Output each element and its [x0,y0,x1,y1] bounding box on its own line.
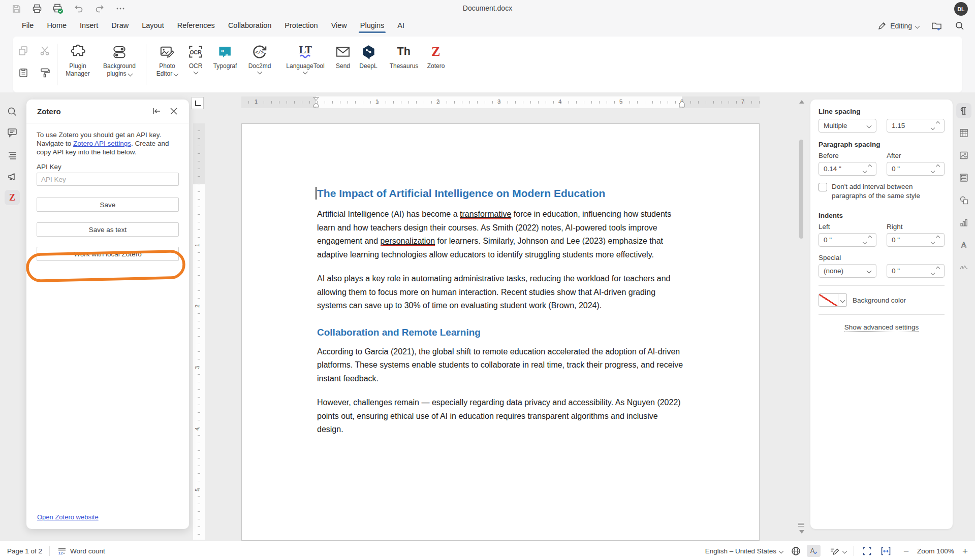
open-zotero-website-link[interactable]: Open Zotero website [37,513,99,521]
spacing-before-spinner[interactable]: 0.14 " [819,162,876,176]
feedback-button[interactable] [5,169,20,184]
special-indent-select[interactable]: (none) [819,264,876,278]
line-spacing-type-select[interactable]: Multiple [819,119,876,133]
background-color-swatch[interactable] [819,293,838,307]
textart-settings-tab[interactable]: A [956,237,971,252]
indent-left-label: Left [819,223,876,230]
background-plugins-button[interactable]: Background plugins [103,41,136,89]
first-line-indent-marker[interactable] [313,97,319,108]
zotero-ribbon-button[interactable]: Z Zotero [427,41,445,89]
scrollbar-thumb[interactable] [799,140,803,239]
right-indent-marker[interactable] [679,100,685,108]
spinner-arrows[interactable] [868,236,871,239]
spinner-arrows[interactable] [936,267,939,270]
api-key-input[interactable] [37,173,179,186]
ocr-button[interactable]: OCR OCR [187,41,204,89]
scrollbar-down-arrow[interactable] [799,530,804,536]
fit-page-icon [862,546,872,556]
scrollbar-grip[interactable] [798,523,804,527]
line-spacing-value-spinner[interactable]: 1.15 [887,119,945,133]
tab-collaboration[interactable]: Collaboration [222,17,278,35]
special-indent-spinner[interactable]: 0 " [887,264,945,278]
tab-ai[interactable]: AI [391,17,411,35]
send-button[interactable]: Send [335,41,351,89]
photo-editor-button[interactable]: Photo Editor [156,41,178,89]
left-tab-icon [195,101,201,106]
cut-button[interactable] [39,45,50,56]
typograf-button[interactable]: «„ Typograf [213,41,237,89]
paste-button[interactable] [18,67,29,78]
ruler-number: 2 [436,98,439,105]
header-footer-settings-tab[interactable] [956,170,971,185]
ruler-number: 5 [194,488,200,491]
deepl-button[interactable]: DeepL [359,41,377,89]
search-panel-button[interactable] [5,104,20,119]
paragraph-settings-tab[interactable] [956,103,971,118]
page-number-label[interactable]: Page 1 of 2 [7,547,42,555]
tab-protection[interactable]: Protection [278,17,324,35]
tab-home[interactable]: Home [40,17,73,35]
same-style-interval-checkbox[interactable]: Don't add interval between paragraphs of… [819,182,945,201]
tab-insert[interactable]: Insert [73,17,105,35]
spinner-arrows[interactable] [936,122,939,125]
save-as-text-button[interactable]: Save as text [37,222,179,237]
background-color-dropdown[interactable] [838,293,847,307]
tab-references[interactable]: References [171,17,222,35]
track-changes-button[interactable] [829,546,846,556]
tab-layout[interactable]: Layout [135,17,171,35]
image-settings-tab[interactable] [956,148,971,163]
fit-width-button[interactable] [880,546,891,556]
comments-panel-button[interactable] [5,125,20,140]
zoom-out-button[interactable]: − [903,546,909,556]
spinner-arrows[interactable] [868,165,871,168]
user-avatar[interactable]: DL [954,2,968,16]
tab-plugins[interactable]: Plugins [354,17,391,35]
zotero-panel-button[interactable]: Z [5,190,20,205]
shape-settings-tab[interactable] [956,192,971,208]
scrollbar-up-arrow[interactable] [799,97,804,104]
chart-settings-tab[interactable] [956,215,971,230]
close-panel-button[interactable] [168,105,180,117]
plugin-manager-button[interactable]: Plugin Manager [66,41,89,89]
search-button[interactable] [955,21,965,31]
document-text-area[interactable]: The Impact of Artificial Intelligence on… [317,186,684,447]
thesaurus-button[interactable]: Th Thesaurus [390,41,419,89]
paragraph-spacing-label: Paragraph spacing [819,141,945,148]
zoom-in-button[interactable]: + [962,546,968,556]
tab-stop-selector[interactable] [192,97,204,109]
spinner-arrows[interactable] [936,236,939,239]
spell-check-toggle[interactable]: A [807,545,821,557]
tab-draw[interactable]: Draw [105,17,135,35]
set-document-language-button[interactable] [791,546,801,556]
save-api-key-button[interactable]: Save [37,197,179,212]
tab-file[interactable]: File [15,17,40,35]
globe-icon [791,546,801,556]
spinner-arrows[interactable] [936,165,939,168]
header-footer-icon [959,173,969,183]
zotero-api-settings-link[interactable]: Zotero API settings [73,140,131,147]
indent-right-spinner[interactable]: 0 " [887,233,945,247]
show-advanced-settings-link[interactable]: Show advanced settings [844,323,919,332]
document-title: Document.docx [0,4,975,12]
doc2md-button[interactable]: </> Doc2md [248,41,271,89]
spacing-after-spinner[interactable]: 0 " [887,162,945,176]
format-painter-button[interactable] [39,67,50,78]
checkbox-box[interactable] [819,183,827,191]
fit-page-button[interactable] [862,546,872,556]
collapse-panel-button[interactable] [150,105,163,117]
open-file-location-button[interactable] [931,21,942,31]
chevron-down-icon [174,72,179,77]
languagetool-button[interactable]: LT LanguageTool [286,41,324,89]
signature-settings-tab[interactable] [956,259,971,275]
editor-canvas: Z 11234567 12345 The Impact of Artificia… [0,92,975,541]
indents-label: Indents [819,212,945,219]
work-with-local-zotero-button[interactable]: Work with local Zotero [37,247,179,261]
navigation-panel-button[interactable] [5,147,20,162]
tab-view[interactable]: View [325,17,354,35]
language-selector[interactable]: English – United States [705,547,783,555]
word-count-button[interactable]: 12 Word count [57,546,105,555]
editing-mode-button[interactable]: Editing [877,21,919,30]
indent-left-spinner[interactable]: 0 " [819,233,876,247]
copy-button[interactable] [18,45,29,56]
table-settings-tab[interactable] [956,125,971,141]
